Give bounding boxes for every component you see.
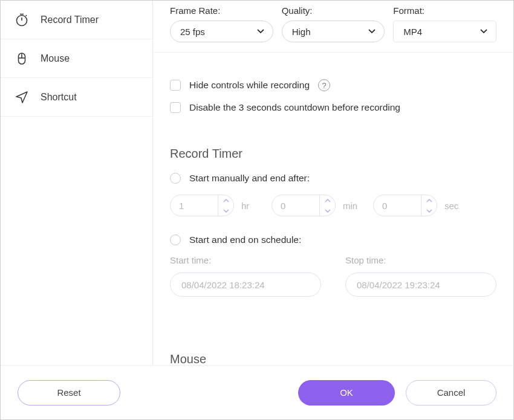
minutes-unit: min <box>343 201 366 211</box>
cancel-button[interactable]: Cancel <box>406 380 496 405</box>
settings-dialog: Record Timer Mouse <box>0 0 514 420</box>
recording-options: Hide controls while recording ? Disable … <box>153 53 513 128</box>
stop-time-col: Stop time: 08/04/2022 19:23:24 <box>345 255 496 297</box>
minutes-down-button[interactable] <box>320 205 335 216</box>
hours-value: 1 <box>171 201 218 211</box>
start-time-col: Start time: 08/04/2022 18:23:24 <box>170 255 321 297</box>
format-label: Format: <box>393 5 496 16</box>
manual-end-radio[interactable] <box>170 173 181 184</box>
frame-rate-value: 25 fps <box>180 27 205 37</box>
seconds-spinner[interactable]: 0 <box>373 195 437 216</box>
quality-value: High <box>292 27 311 37</box>
reset-label: Reset <box>57 387 80 398</box>
stop-time-label: Stop time: <box>345 255 496 265</box>
schedule-radio[interactable] <box>170 234 181 245</box>
start-time-value: 08/04/2022 18:23:24 <box>181 280 265 290</box>
minutes-spinner[interactable]: 0 <box>272 195 336 216</box>
hide-controls-label: Hide controls while recording <box>189 80 310 91</box>
dialog-footer: Reset OK Cancel <box>1 365 513 419</box>
frame-rate-select[interactable]: 25 fps <box>170 21 273 42</box>
disable-countdown-row: Disable the 3 seconds countdown before r… <box>170 102 496 113</box>
schedule-times-row: Start time: 08/04/2022 18:23:24 Stop tim… <box>153 251 513 304</box>
mouse-icon <box>14 51 30 66</box>
stop-time-input[interactable]: 08/04/2022 19:23:24 <box>345 273 496 297</box>
scroll-area[interactable]: Frame Rate: 25 fps Quality: High <box>153 1 513 365</box>
ok-button[interactable]: OK <box>298 380 395 405</box>
sidebar-item-shortcut[interactable]: Shortcut <box>1 78 152 117</box>
format-select[interactable]: MP4 <box>393 21 496 42</box>
sidebar: Record Timer Mouse <box>1 1 153 365</box>
hide-controls-row: Hide controls while recording ? <box>170 79 496 91</box>
hide-controls-checkbox[interactable] <box>170 80 181 91</box>
ok-label: OK <box>340 387 353 398</box>
minutes-up-button[interactable] <box>320 195 335 205</box>
quality-label: Quality: <box>282 5 385 16</box>
seconds-stepper <box>421 195 437 216</box>
chevron-down-icon <box>257 29 264 34</box>
seconds-value: 0 <box>374 201 421 211</box>
frame-rate-label: Frame Rate: <box>170 5 273 16</box>
sidebar-item-label: Shortcut <box>41 92 77 103</box>
minutes-value: 0 <box>272 201 319 211</box>
frame-rate-field: Frame Rate: 25 fps <box>170 5 273 42</box>
manual-end-label: Start manually and end after: <box>189 173 310 184</box>
seconds-unit: sec <box>444 201 467 211</box>
disable-countdown-label: Disable the 3 seconds countdown before r… <box>189 102 400 113</box>
schedule-row: Start and end on schedule: <box>153 221 513 251</box>
seconds-down-button[interactable] <box>421 205 437 216</box>
hours-spinner[interactable]: 1 <box>170 195 234 216</box>
chevron-down-icon <box>368 29 376 34</box>
cancel-label: Cancel <box>437 387 466 398</box>
hours-unit: hr <box>241 201 264 211</box>
dialog-body: Record Timer Mouse <box>1 1 513 365</box>
mouse-section-title: Mouse <box>170 352 496 365</box>
minutes-stepper <box>319 195 335 216</box>
start-time-input[interactable]: 08/04/2022 18:23:24 <box>170 273 321 297</box>
schedule-label: Start and end on schedule: <box>189 234 301 245</box>
sidebar-item-label: Mouse <box>41 53 70 64</box>
reset-button[interactable]: Reset <box>18 380 120 405</box>
hours-up-button[interactable] <box>218 195 233 205</box>
quality-field: Quality: High <box>282 5 385 42</box>
format-field: Format: MP4 <box>393 5 496 42</box>
manual-end-row: Start manually and end after: <box>153 164 513 190</box>
chevron-down-icon <box>480 29 487 34</box>
quality-select[interactable]: High <box>282 21 385 42</box>
help-icon[interactable]: ? <box>318 79 330 91</box>
main-panel: Frame Rate: 25 fps Quality: High <box>153 1 513 365</box>
sidebar-item-label: Record Timer <box>41 15 99 25</box>
start-time-label: Start time: <box>170 255 321 265</box>
sidebar-item-mouse[interactable]: Mouse <box>1 39 152 78</box>
seconds-up-button[interactable] <box>421 195 437 205</box>
encoding-settings-row: Frame Rate: 25 fps Quality: High <box>153 5 513 53</box>
record-timer-title: Record Timer <box>170 147 496 161</box>
hours-stepper <box>218 195 233 216</box>
shortcut-icon <box>14 89 30 105</box>
sidebar-item-record-timer[interactable]: Record Timer <box>1 1 152 39</box>
sidebar-list: Record Timer Mouse <box>1 1 152 365</box>
svg-line-3 <box>26 15 27 16</box>
format-value: MP4 <box>403 27 422 37</box>
stop-time-value: 08/04/2022 19:23:24 <box>357 280 440 290</box>
duration-row: 1 hr 0 min <box>153 190 513 221</box>
hours-down-button[interactable] <box>218 205 233 216</box>
timer-icon <box>14 12 30 28</box>
disable-countdown-checkbox[interactable] <box>170 102 181 113</box>
